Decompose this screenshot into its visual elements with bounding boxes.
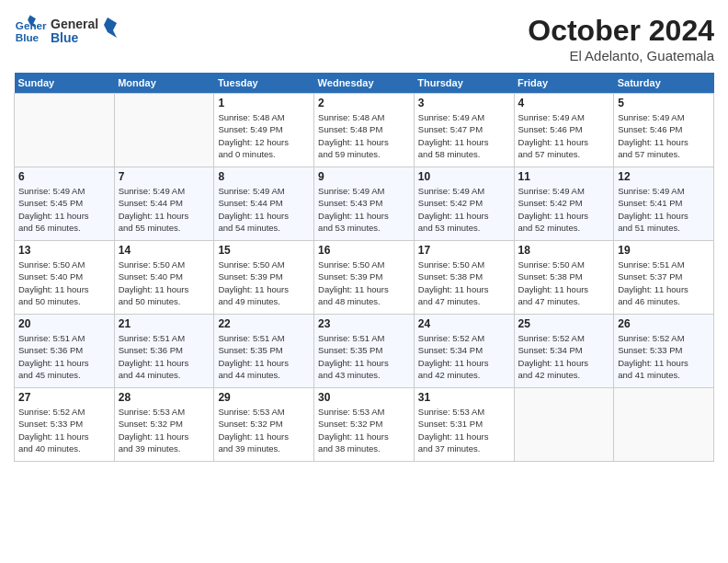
calendar-cell: 7Sunrise: 5:49 AM Sunset: 5:44 PM Daylig… [114, 167, 214, 241]
day-info: Sunrise: 5:53 AM Sunset: 5:31 PM Dayligh… [418, 406, 510, 454]
day-number: 6 [18, 170, 110, 183]
day-number: 9 [318, 170, 410, 183]
calendar-cell: 29Sunrise: 5:53 AM Sunset: 5:32 PM Dayli… [214, 388, 314, 462]
day-number: 13 [18, 244, 110, 257]
day-info: Sunrise: 5:49 AM Sunset: 5:42 PM Dayligh… [418, 185, 510, 234]
calendar-cell: 12Sunrise: 5:49 AM Sunset: 5:41 PM Dayli… [614, 167, 714, 241]
day-number: 21 [119, 317, 210, 330]
day-info: Sunrise: 5:53 AM Sunset: 5:32 PM Dayligh… [218, 406, 310, 454]
calendar-cell: 11Sunrise: 5:49 AM Sunset: 5:42 PM Dayli… [514, 167, 614, 241]
day-info: Sunrise: 5:49 AM Sunset: 5:42 PM Dayligh… [518, 185, 610, 234]
day-info: Sunrise: 5:53 AM Sunset: 5:32 PM Dayligh… [119, 406, 210, 454]
calendar-cell: 3Sunrise: 5:49 AM Sunset: 5:47 PM Daylig… [414, 94, 514, 167]
calendar-cell: 24Sunrise: 5:52 AM Sunset: 5:34 PM Dayli… [414, 315, 514, 388]
location: El Adelanto, Guatemala [528, 48, 714, 63]
weekday-header-wednesday: Wednesday [314, 73, 415, 94]
day-info: Sunrise: 5:49 AM Sunset: 5:41 PM Dayligh… [618, 185, 710, 234]
month-title: October 2024 [528, 14, 714, 48]
weekday-header-row: SundayMondayTuesdayWednesdayThursdayFrid… [15, 73, 714, 94]
day-number: 30 [318, 391, 410, 404]
calendar-cell: 13Sunrise: 5:50 AM Sunset: 5:40 PM Dayli… [15, 241, 115, 315]
day-number: 4 [518, 97, 610, 109]
calendar-cell: 9Sunrise: 5:49 AM Sunset: 5:43 PM Daylig… [314, 167, 415, 241]
svg-text:General: General [51, 17, 98, 31]
day-number: 24 [418, 317, 510, 330]
day-number: 20 [18, 317, 110, 330]
week-row-4: 20Sunrise: 5:51 AM Sunset: 5:36 PM Dayli… [15, 315, 714, 388]
calendar-cell: 10Sunrise: 5:49 AM Sunset: 5:42 PM Dayli… [414, 167, 514, 241]
day-number: 22 [218, 317, 310, 330]
day-info: Sunrise: 5:53 AM Sunset: 5:32 PM Dayligh… [318, 406, 410, 454]
day-info: Sunrise: 5:48 AM Sunset: 5:49 PM Dayligh… [218, 111, 310, 160]
calendar-cell: 27Sunrise: 5:52 AM Sunset: 5:33 PM Dayli… [15, 388, 115, 462]
calendar-cell: 21Sunrise: 5:51 AM Sunset: 5:36 PM Dayli… [114, 315, 214, 388]
day-info: Sunrise: 5:49 AM Sunset: 5:47 PM Dayligh… [418, 111, 510, 160]
day-number: 17 [418, 244, 510, 257]
logo: General Blue General Blue [14, 14, 124, 49]
calendar-cell [15, 94, 115, 167]
calendar-cell: 26Sunrise: 5:52 AM Sunset: 5:33 PM Dayli… [614, 315, 714, 388]
svg-text:Blue: Blue [51, 30, 79, 45]
calendar-cell: 5Sunrise: 5:49 AM Sunset: 5:46 PM Daylig… [614, 94, 714, 167]
svg-marker-5 [104, 17, 117, 38]
day-info: Sunrise: 5:50 AM Sunset: 5:38 PM Dayligh… [418, 259, 510, 307]
week-row-5: 27Sunrise: 5:52 AM Sunset: 5:33 PM Dayli… [15, 388, 714, 462]
day-number: 10 [418, 170, 510, 183]
day-info: Sunrise: 5:52 AM Sunset: 5:34 PM Dayligh… [418, 332, 510, 381]
page-header: General Blue General Blue October 2024 E… [14, 14, 714, 63]
day-number: 26 [618, 317, 710, 330]
day-number: 29 [218, 391, 310, 404]
weekday-header-thursday: Thursday [414, 73, 514, 94]
day-number: 28 [119, 391, 210, 404]
day-number: 8 [218, 170, 310, 183]
calendar-cell: 14Sunrise: 5:50 AM Sunset: 5:40 PM Dayli… [114, 241, 214, 315]
day-info: Sunrise: 5:49 AM Sunset: 5:46 PM Dayligh… [518, 111, 610, 160]
day-number: 7 [119, 170, 210, 183]
day-info: Sunrise: 5:49 AM Sunset: 5:45 PM Dayligh… [18, 185, 110, 234]
day-number: 12 [618, 170, 710, 183]
title-block: October 2024 El Adelanto, Guatemala [528, 14, 714, 63]
day-number: 16 [318, 244, 410, 257]
calendar-cell: 18Sunrise: 5:50 AM Sunset: 5:38 PM Dayli… [514, 241, 614, 315]
calendar-cell: 31Sunrise: 5:53 AM Sunset: 5:31 PM Dayli… [414, 388, 514, 462]
day-info: Sunrise: 5:50 AM Sunset: 5:40 PM Dayligh… [119, 259, 210, 307]
logo-graphic: General Blue [51, 14, 124, 49]
day-number: 2 [318, 97, 410, 109]
weekday-header-tuesday: Tuesday [214, 73, 314, 94]
day-number: 11 [518, 170, 610, 183]
calendar-cell: 17Sunrise: 5:50 AM Sunset: 5:38 PM Dayli… [414, 241, 514, 315]
day-number: 23 [318, 317, 410, 330]
logo-icon: General Blue [14, 15, 47, 48]
day-number: 15 [218, 244, 310, 257]
day-number: 18 [518, 244, 610, 257]
day-info: Sunrise: 5:51 AM Sunset: 5:35 PM Dayligh… [218, 332, 310, 381]
calendar-cell: 2Sunrise: 5:48 AM Sunset: 5:48 PM Daylig… [314, 94, 415, 167]
day-info: Sunrise: 5:50 AM Sunset: 5:39 PM Dayligh… [318, 259, 410, 307]
calendar-cell: 15Sunrise: 5:50 AM Sunset: 5:39 PM Dayli… [214, 241, 314, 315]
day-info: Sunrise: 5:49 AM Sunset: 5:46 PM Dayligh… [618, 111, 710, 160]
day-info: Sunrise: 5:50 AM Sunset: 5:38 PM Dayligh… [518, 259, 610, 307]
week-row-2: 6Sunrise: 5:49 AM Sunset: 5:45 PM Daylig… [15, 167, 714, 241]
calendar-cell: 28Sunrise: 5:53 AM Sunset: 5:32 PM Dayli… [114, 388, 214, 462]
svg-text:Blue: Blue [16, 31, 40, 43]
week-row-1: 1Sunrise: 5:48 AM Sunset: 5:49 PM Daylig… [15, 94, 714, 167]
weekday-header-saturday: Saturday [614, 73, 714, 94]
day-info: Sunrise: 5:51 AM Sunset: 5:36 PM Dayligh… [119, 332, 210, 381]
calendar-cell: 8Sunrise: 5:49 AM Sunset: 5:44 PM Daylig… [214, 167, 314, 241]
day-info: Sunrise: 5:50 AM Sunset: 5:39 PM Dayligh… [218, 259, 310, 307]
calendar-cell: 22Sunrise: 5:51 AM Sunset: 5:35 PM Dayli… [214, 315, 314, 388]
day-info: Sunrise: 5:49 AM Sunset: 5:43 PM Dayligh… [318, 185, 410, 234]
calendar-cell: 30Sunrise: 5:53 AM Sunset: 5:32 PM Dayli… [314, 388, 415, 462]
day-number: 19 [618, 244, 710, 257]
calendar-cell: 1Sunrise: 5:48 AM Sunset: 5:49 PM Daylig… [214, 94, 314, 167]
day-info: Sunrise: 5:49 AM Sunset: 5:44 PM Dayligh… [119, 185, 210, 234]
day-info: Sunrise: 5:52 AM Sunset: 5:33 PM Dayligh… [18, 406, 110, 454]
day-number: 3 [418, 97, 510, 109]
calendar-cell [614, 388, 714, 462]
calendar-cell: 4Sunrise: 5:49 AM Sunset: 5:46 PM Daylig… [514, 94, 614, 167]
calendar-cell: 16Sunrise: 5:50 AM Sunset: 5:39 PM Dayli… [314, 241, 415, 315]
weekday-header-sunday: Sunday [15, 73, 115, 94]
calendar-cell [514, 388, 614, 462]
day-number: 27 [18, 391, 110, 404]
calendar-cell: 19Sunrise: 5:51 AM Sunset: 5:37 PM Dayli… [614, 241, 714, 315]
